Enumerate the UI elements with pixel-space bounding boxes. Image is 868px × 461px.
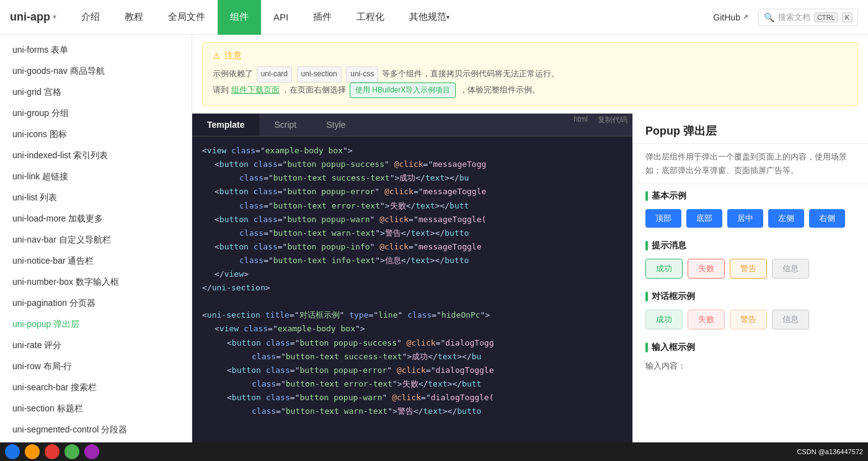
nav-link-other[interactable]: 其他规范 — [397, 0, 462, 35]
nav-link-plugins[interactable]: 插件 — [301, 0, 344, 35]
main-layout: uni-forms 表单 uni-goods-nav 商品导航 uni-grid… — [0, 35, 868, 461]
sidebar-item-notice-bar[interactable]: uni-notice-bar 通告栏 — [0, 251, 192, 272]
content-area: ⚠ 注意 示例依赖了 uni-card uni-section uni-css … — [192, 35, 868, 461]
taskbar-icon-5[interactable] — [84, 444, 99, 459]
btn-center[interactable]: 居中 — [727, 209, 763, 228]
code-tabs: Template Script Style html 复制代码 — [192, 114, 632, 137]
github-link[interactable]: GitHub ↗ — [713, 12, 748, 22]
preview-desc: 弹出层组件用于弹出一个覆盖到页面上的内容，使用场景如：底部弹出分享弹窗、页面插屏… — [633, 144, 868, 184]
taskbar-icon-2[interactable] — [25, 444, 40, 459]
section-msg: 提示消息 — [633, 234, 868, 255]
code-line-16: class="button-text success-text">成功</tex… — [202, 350, 622, 364]
btn-group-basic: 顶部 底部 居中 左侧 右侧 — [633, 205, 868, 234]
section-dialog: 对话框示例 — [633, 285, 868, 306]
sidebar-item-search-bar[interactable]: uni-search-bar 搜索栏 — [0, 377, 192, 398]
taskbar-right-text: CSDN @a136447572 — [797, 448, 863, 455]
code-line-9: class="button-text info-text">信息</text><… — [202, 254, 622, 267]
external-link-icon: ↗ — [743, 13, 748, 21]
btn-dialog-info[interactable]: 信息 — [772, 310, 809, 329]
btn-bottom[interactable]: 底部 — [686, 209, 722, 228]
code-line-19: <button class="button popup-warn" @click… — [202, 391, 622, 405]
sidebar-item-forms[interactable]: uni-forms 表单 — [0, 40, 192, 61]
sidebar-item-rate[interactable]: uni-rate 评分 — [0, 335, 192, 356]
notice-line2-pre: 请到 — [213, 85, 229, 94]
code-and-preview: Template Script Style html 复制代码 <view cl… — [192, 114, 868, 461]
sidebar-item-grid[interactable]: uni-grid 宫格 — [0, 82, 192, 103]
btn-group-dialog: 成功 失败 警告 信息 — [633, 306, 868, 336]
code-line-2: <button class="button popup-success" @cl… — [202, 158, 622, 171]
code-line-20: class="button-text warn-text">警告</text><… — [202, 405, 622, 418]
btn-msg-success[interactable]: 成功 — [645, 259, 683, 279]
taskbar-icon-4[interactable] — [64, 444, 79, 459]
sidebar-item-popup[interactable]: uni-popup 弹出层 — [0, 314, 192, 335]
sidebar-item-number-box[interactable]: uni-number-box 数字输入框 — [0, 272, 192, 293]
code-line-11: </uni-section> — [202, 281, 622, 295]
section-input: 输入框示例 — [633, 336, 868, 357]
notice-content: 示例依赖了 uni-card uni-section uni-css 等多个组件… — [213, 66, 848, 98]
sidebar-item-icons[interactable]: uni-icons 图标 — [0, 124, 192, 145]
kbd-k: K — [842, 12, 852, 22]
app-arrow-icon: ▾ — [53, 13, 56, 21]
taskbar-icon-1[interactable] — [5, 444, 20, 459]
tab-style[interactable]: Style — [311, 114, 360, 136]
sidebar-item-indexed-list[interactable]: uni-indexed-list 索引列表 — [0, 145, 192, 166]
sidebar-item-list[interactable]: uni-list 列表 — [0, 187, 192, 208]
search-icon: 🔍 — [764, 12, 774, 22]
btn-top[interactable]: 顶部 — [645, 209, 681, 228]
preview-panel: Popup 弹出层 弹出层组件用于弹出一个覆盖到页面上的内容，使用场景如：底部弹… — [632, 114, 868, 461]
code-line-7: class="button-text warn-text">警告</text><… — [202, 226, 622, 240]
btn-dialog-success[interactable]: 成功 — [645, 310, 683, 329]
btn-msg-warn[interactable]: 警告 — [730, 259, 767, 279]
app-logo[interactable]: uni-app ▾ — [10, 11, 56, 24]
code-line-13: <uni-section title="对话框示例" type="line" c… — [202, 308, 622, 322]
notice-title-text: 注意 — [224, 50, 242, 61]
code-line-3: class="button-text success-text">成功</tex… — [202, 171, 622, 185]
notice-box: ⚠ 注意 示例依赖了 uni-card uni-section uni-css … — [202, 42, 858, 106]
sidebar-item-row[interactable]: uni-row 布局-行 — [0, 356, 192, 377]
warning-icon: ⚠ — [213, 51, 221, 61]
sidebar-item-link[interactable]: uni-link 超链接 — [0, 166, 192, 187]
notice-import-btn[interactable]: 使用 HBuilderX导入示例项目 — [350, 83, 456, 99]
code-line-6: <button class="button popup-warn" @click… — [202, 213, 622, 226]
copy-code-button[interactable]: 复制代码 — [593, 114, 632, 136]
sidebar-item-pagination[interactable]: uni-pagination 分页器 — [0, 293, 192, 314]
btn-dialog-error[interactable]: 失败 — [688, 310, 725, 329]
notice-download-link[interactable]: 组件下载页面 — [231, 85, 280, 94]
sidebar-item-nav-bar[interactable]: uni-nav-bar 自定义导航栏 — [0, 230, 192, 251]
nav-link-intro[interactable]: 介绍 — [69, 0, 112, 35]
sidebar-item-load-more[interactable]: uni-load-more 加载更多 — [0, 208, 192, 230]
btn-dialog-warn[interactable]: 警告 — [730, 310, 767, 329]
notice-line2-mid: ，在页面右侧选择 — [281, 85, 346, 94]
sidebar-item-group[interactable]: uni-group 分组 — [0, 103, 192, 124]
nav-link-api[interactable]: API — [261, 0, 301, 35]
code-body: <view class="example-body box"> <button … — [192, 137, 632, 461]
notice-line1-post: 等多个组件，直接拷贝示例代码将无法正常运行。 — [382, 69, 559, 78]
nav-link-global[interactable]: 全局文件 — [156, 0, 218, 35]
sidebar-item-segmented-control[interactable]: uni-segmented-control 分段器 — [0, 419, 192, 441]
taskbar-icon-3[interactable] — [45, 444, 60, 459]
nav-links: 介绍 教程 全局文件 组件 API 插件 工程化 其他规范 — [69, 0, 713, 35]
tab-template[interactable]: Template — [192, 114, 259, 136]
notice-tag-uni-card: uni-card — [257, 66, 292, 83]
nav-link-components[interactable]: 组件 — [218, 0, 261, 35]
top-nav: uni-app ▾ 介绍 教程 全局文件 组件 API 插件 工程化 其他规范 … — [0, 0, 868, 35]
btn-right[interactable]: 右侧 — [809, 209, 845, 228]
btn-group-msg: 成功 失败 警告 信息 — [633, 255, 868, 285]
nav-link-engineering[interactable]: 工程化 — [344, 0, 397, 35]
search-box[interactable]: 🔍 搜索文档 CTRL K — [758, 9, 858, 26]
btn-msg-info[interactable]: 信息 — [772, 259, 809, 279]
notice-line2-post: ，体验完整组件示例。 — [459, 85, 540, 94]
sidebar-item-goods-nav[interactable]: uni-goods-nav 商品导航 — [0, 61, 192, 82]
sidebar-item-section[interactable]: uni-section 标题栏 — [0, 398, 192, 419]
nav-right: GitHub ↗ 🔍 搜索文档 CTRL K — [713, 9, 858, 26]
nav-link-tutorial[interactable]: 教程 — [112, 0, 156, 35]
input-label: 输入内容： — [633, 357, 868, 374]
btn-msg-error[interactable]: 失败 — [688, 259, 725, 279]
section-basic: 基本示例 — [633, 184, 868, 205]
btn-left[interactable]: 左侧 — [768, 209, 804, 228]
code-line-1: <view class="example-body box"> — [202, 144, 622, 158]
notice-line1-pre: 示例依赖了 — [213, 69, 253, 78]
notice-tag-uni-css: uni-css — [346, 66, 378, 83]
tab-script[interactable]: Script — [259, 114, 311, 136]
kbd-ctrl: CTRL — [814, 12, 838, 22]
